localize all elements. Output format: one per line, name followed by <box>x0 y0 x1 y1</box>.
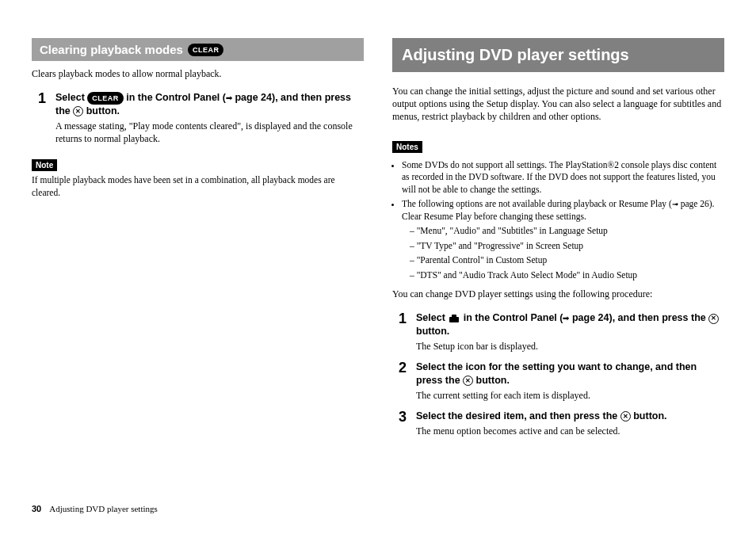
step-title: Select CLEAR in the Control Panel (➟ pag… <box>55 91 364 118</box>
x-button-icon: ✕ <box>463 376 473 386</box>
manual-page: Clearing playback modes CLEAR Clears pla… <box>0 0 756 534</box>
setup-icon <box>448 314 460 323</box>
arrow-icon: ➟ <box>672 200 678 208</box>
notes-sublist: "Menu", "Audio" and "Subtitles" in Langu… <box>402 225 724 281</box>
step-number: 2 <box>399 360 410 402</box>
left-column: Clearing playback modes CLEAR Clears pla… <box>32 38 364 510</box>
footer-title: Adjusting DVD player settings <box>49 504 158 513</box>
clear-badge-icon: CLEAR <box>87 92 124 105</box>
page-footer: 30 Adjusting DVD player settings <box>32 504 158 513</box>
notes-list: Some DVDs do not support all settings. T… <box>392 159 724 282</box>
note-subitem: "Parental Control" in Custom Setup <box>410 254 724 267</box>
clear-badge-icon: CLEAR <box>188 44 224 56</box>
intro-text: You can change the initial settings, adj… <box>392 85 724 124</box>
step-description: The menu option becomes active and can b… <box>416 425 724 437</box>
intro-text: Clears playback modes to allow normal pl… <box>32 67 364 80</box>
note-label: Note <box>32 159 57 171</box>
step-title: Select in the Control Panel (➟ page 24),… <box>416 311 724 338</box>
right-step-1: 1 Select in the Control Panel (➟ page 24… <box>399 311 724 353</box>
main-title: Adjusting DVD player settings <box>392 38 724 72</box>
step-title: Select the desired item, and then press … <box>416 410 724 423</box>
section-header-clearing: Clearing playback modes CLEAR <box>32 38 364 61</box>
step-number: 3 <box>399 410 410 437</box>
note-subitem: "DTS" and "Audio Track Auto Select Mode"… <box>410 269 724 282</box>
left-step-1: 1 Select CLEAR in the Control Panel (➟ p… <box>38 91 364 145</box>
procedure-intro: You can change DVD player settings using… <box>392 288 724 300</box>
arrow-icon: ➟ <box>226 93 232 102</box>
page-number: 30 <box>32 504 41 513</box>
x-button-icon: ✕ <box>620 411 631 421</box>
note-text: If multiple playback modes have been set… <box>32 174 364 199</box>
step-description: The Setup icon bar is displayed. <box>416 340 724 353</box>
step-title: Select the icon for the setting you want… <box>416 360 724 387</box>
note-subitem: "Menu", "Audio" and "Subtitles" in Langu… <box>410 225 724 238</box>
x-button-icon: ✕ <box>73 106 83 116</box>
note-subitem: "TV Type" and "Progressive" in Screen Se… <box>410 240 724 253</box>
right-step-3: 3 Select the desired item, and then pres… <box>399 410 724 437</box>
step-description: The current setting for each item is dis… <box>416 389 724 402</box>
right-column: Adjusting DVD player settings You can ch… <box>392 38 724 510</box>
note-bullet: Some DVDs do not support all settings. T… <box>402 159 724 196</box>
notes-label: Notes <box>392 141 422 153</box>
section-title: Clearing playback modes <box>40 43 183 56</box>
right-step-2: 2 Select the icon for the setting you wa… <box>399 360 724 402</box>
x-button-icon: ✕ <box>708 314 719 324</box>
step-description: A message stating, "Play mode contents c… <box>55 120 364 145</box>
step-number: 1 <box>38 91 49 145</box>
step-number: 1 <box>399 311 410 353</box>
note-bullet: The following options are not available … <box>402 198 724 281</box>
